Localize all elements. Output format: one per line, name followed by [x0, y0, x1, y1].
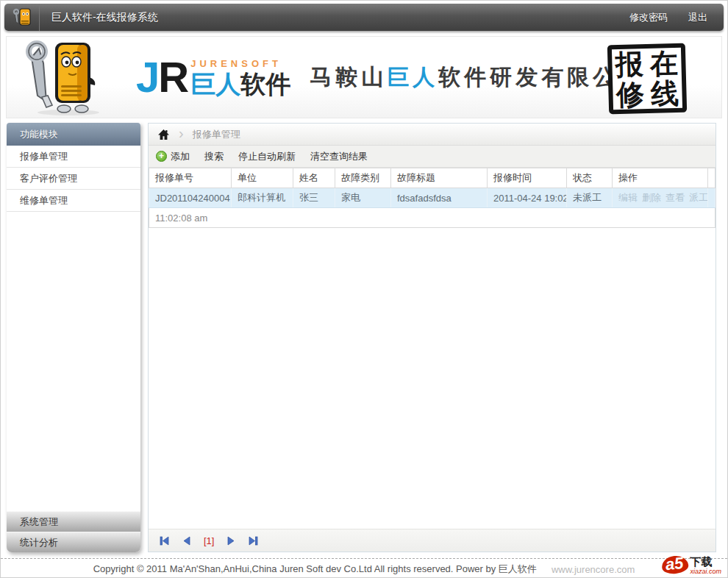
sidebar: 功能模块 报修单管理 客户评价管理 维修单管理 系统管理 统计分析 — [7, 123, 140, 552]
edit-link[interactable]: 编辑 — [618, 192, 638, 203]
cell-time: 2011-04-24 19:02 — [488, 188, 567, 208]
stop-auto-refresh-button[interactable]: 停止自动刷新 — [238, 150, 296, 163]
company-blue: 巨人 — [387, 65, 438, 89]
sidebar-item-repair-orders[interactable]: 报修单管理 — [7, 146, 140, 168]
add-button[interactable]: + 添加 — [156, 150, 190, 163]
dispatch-link[interactable]: 派工 — [689, 192, 708, 203]
logo-cn-blue: 巨人 — [190, 70, 240, 98]
next-page-button[interactable] — [227, 536, 235, 546]
logo-cn-text: 巨人软件 — [190, 71, 290, 97]
cell-unit: 郎科计算机 — [232, 188, 293, 208]
a5-domain-label: xiazai.com — [690, 568, 721, 575]
a5-download-badge[interactable]: a5 下载 xiazai.com — [662, 556, 721, 575]
cell-actions: 编辑删除查看派工 — [613, 188, 708, 208]
logout-button[interactable]: 退出 — [688, 11, 707, 24]
breadcrumb-separator-icon: › — [179, 125, 184, 142]
add-icon: + — [156, 151, 167, 162]
mascot-mini-icon — [11, 7, 33, 28]
col-category[interactable]: 故障类别 — [335, 168, 391, 188]
refresh-time-row: 11:02:08 am — [149, 208, 715, 228]
table-row[interactable]: JD201104240004 郎科计算机 张三 家电 fdsafadsfdsa … — [149, 188, 715, 208]
content-empty-space — [149, 228, 715, 529]
cell-spacer — [708, 188, 715, 208]
col-order-no[interactable]: 报修单号 — [149, 168, 232, 188]
a5-download-label: 下载 — [690, 556, 721, 568]
prev-page-button[interactable] — [182, 536, 190, 546]
logo-cn-black: 软件 — [240, 70, 290, 98]
company-name: 马鞍山巨人软件研发有限公司 — [310, 63, 644, 93]
online-repair-stamp: 报 在 修 线 — [607, 43, 687, 115]
col-time[interactable]: 报修时间 — [488, 168, 567, 188]
view-link[interactable]: 查看 — [665, 192, 685, 203]
mascot-image — [17, 38, 111, 116]
home-icon[interactable] — [157, 129, 170, 140]
sidebar-item-maintenance-orders[interactable]: 维修单管理 — [7, 190, 140, 212]
current-page[interactable]: [1] — [204, 535, 214, 546]
cell-title: fdsafadsfdsa — [391, 188, 488, 208]
col-title[interactable]: 故障标题 — [391, 168, 488, 188]
top-bar: 巨人软件-在线报修系统 修改密码 退出 — [4, 4, 724, 31]
col-actions[interactable]: 操作 — [613, 168, 708, 188]
last-page-button[interactable] — [249, 536, 259, 546]
toolbar: + 添加 搜索 停止自动刷新 清空查询结果 — [149, 146, 715, 168]
refresh-time: 11:02:08 am — [149, 208, 715, 228]
company-logo: JR JURENSOFT 巨人软件 马鞍山巨人软件研发有限公司 — [136, 56, 644, 99]
header-banner: JR JURENSOFT 巨人软件 马鞍山巨人软件研发有限公司 报 在 修 线 — [6, 36, 722, 118]
add-button-label: 添加 — [171, 150, 190, 163]
jr-logo-j: J — [136, 53, 158, 101]
col-unit[interactable]: 单位 — [232, 168, 293, 188]
content-panel: › 报修单管理 + 添加 搜索 停止自动刷新 清空查询结果 报修单号 单位 姓名 — [148, 123, 716, 552]
jr-logo: JR — [136, 56, 188, 99]
jr-logo-r: R — [158, 53, 188, 101]
footer-website-link[interactable]: www.jurencore.com — [552, 564, 635, 575]
app-title: 巨人软件-在线报修系统 — [51, 11, 158, 24]
col-status[interactable]: 状态 — [567, 168, 613, 188]
breadcrumb-current: 报修单管理 — [193, 128, 240, 141]
company-prefix: 马鞍山 — [310, 65, 387, 89]
col-name[interactable]: 姓名 — [293, 168, 335, 188]
footer: Copyright © 2011 Ma'An'Shan,AnHui,China … — [1, 559, 727, 578]
pagination-bar: [1] — [149, 529, 715, 552]
stamp-char: 修 — [616, 80, 645, 109]
first-page-button[interactable] — [159, 536, 169, 546]
repair-orders-table: 报修单号 单位 姓名 故障类别 故障标题 报修时间 状态 操作 JD201104… — [149, 168, 715, 228]
table-header-row: 报修单号 单位 姓名 故障类别 故障标题 报修时间 状态 操作 — [149, 168, 715, 188]
status-badge: 未派工 — [567, 188, 613, 208]
delete-link[interactable]: 删除 — [642, 192, 661, 203]
cell-name: 张三 — [293, 188, 335, 208]
sidebar-spacer — [7, 212, 140, 511]
cell-order-no: JD201104240004 — [149, 188, 232, 208]
sidebar-accordion-statistics[interactable]: 统计分析 — [7, 532, 140, 552]
clear-results-button[interactable]: 清空查询结果 — [310, 150, 368, 163]
main-area: 功能模块 报修单管理 客户评价管理 维修单管理 系统管理 统计分析 › 报修单管… — [1, 123, 727, 552]
stamp-char: 线 — [651, 79, 679, 107]
search-button[interactable]: 搜索 — [204, 150, 224, 163]
sidebar-header: 功能模块 — [7, 123, 140, 146]
logo-en-text: JURENSOFT — [190, 58, 290, 69]
sidebar-item-customer-reviews[interactable]: 客户评价管理 — [7, 168, 140, 190]
change-password-button[interactable]: 修改密码 — [629, 11, 668, 24]
app-logo-icon — [4, 4, 40, 31]
col-spacer — [708, 168, 715, 188]
breadcrumb: › 报修单管理 — [149, 124, 715, 146]
stamp-char: 报 — [615, 50, 643, 79]
a5-logo-icon: a5 — [661, 554, 690, 575]
sidebar-accordion-system[interactable]: 系统管理 — [7, 511, 140, 532]
copyright-text: Copyright © 2011 Ma'An'Shan,AnHui,China … — [93, 563, 537, 576]
cell-category: 家电 — [335, 188, 391, 208]
stamp-char: 在 — [649, 49, 678, 77]
